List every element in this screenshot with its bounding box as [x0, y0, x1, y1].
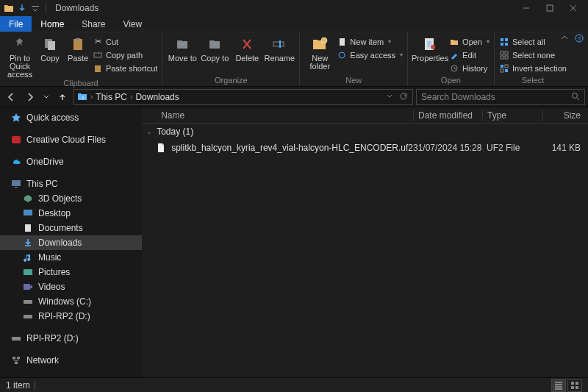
sidebar-item-thispc[interactable]: This PC: [0, 177, 142, 191]
edit-button[interactable]: Edit: [449, 49, 490, 61]
back-button[interactable]: [3, 89, 19, 105]
delete-button[interactable]: Delete: [232, 34, 262, 76]
sidebar-item-creative-cloud[interactable]: Creative Cloud Files: [0, 132, 142, 147]
paste-button[interactable]: Paste: [65, 34, 91, 79]
recent-locations-button[interactable]: [41, 89, 51, 105]
easy-access-button[interactable]: Easy access▾: [337, 49, 403, 61]
column-size[interactable]: Size: [542, 110, 588, 121]
group-header-today[interactable]: ⌄ Today (1): [142, 124, 588, 140]
pin-quick-access-button[interactable]: Pin to Quick access: [4, 34, 35, 79]
invert-selection-button[interactable]: Invert selection: [499, 62, 567, 74]
svg-rect-19: [505, 38, 508, 41]
copy-to-icon: [206, 35, 223, 53]
videos-icon: [22, 281, 34, 293]
help-icon[interactable]: ?: [575, 34, 584, 44]
sidebar-item-rpi[interactable]: RPI-RP2 (D:): [0, 331, 142, 346]
sidebar-item-3d-objects[interactable]: 3D Objects: [0, 191, 142, 206]
breadcrumb-thispc[interactable]: This PC: [96, 92, 127, 102]
details-view-button[interactable]: [551, 379, 566, 392]
svg-rect-43: [15, 362, 18, 364]
sidebar-item-music[interactable]: Music: [0, 250, 142, 265]
properties-button[interactable]: Properties: [412, 34, 448, 76]
sidebar-item-network[interactable]: Network: [0, 353, 142, 368]
cut-button[interactable]: ✂Cut: [93, 35, 157, 48]
group-label: Today (1): [157, 126, 193, 137]
chevron-right-icon[interactable]: ›: [90, 93, 93, 101]
sidebar-item-pictures[interactable]: Pictures: [0, 265, 142, 279]
history-button[interactable]: History: [449, 62, 490, 74]
sidebar-item-drive-d[interactable]: RPI-RP2 (D:): [0, 309, 142, 324]
forward-button[interactable]: [22, 89, 38, 105]
paste-shortcut-button[interactable]: Paste shortcut: [93, 62, 157, 74]
svg-rect-41: [12, 357, 15, 359]
file-row[interactable]: splitkb_halcyon_kyria_rev4_vial-halcyon-…: [142, 140, 588, 156]
open-button[interactable]: Open▾: [449, 35, 490, 48]
new-folder-icon: [311, 35, 329, 53]
invert-selection-icon: [499, 63, 509, 74]
chevron-right-icon[interactable]: ›: [130, 93, 132, 101]
svg-rect-9: [95, 65, 101, 72]
sidebar-item-linux[interactable]: Linux: [0, 375, 142, 377]
svg-rect-42: [17, 357, 20, 359]
copy-to-button[interactable]: Copy to: [199, 34, 230, 76]
qat-dropdown-icon[interactable]: [29, 2, 41, 14]
paste-shortcut-icon: [93, 63, 103, 74]
ribbon-collapse-icon[interactable]: [560, 34, 569, 44]
select-none-button[interactable]: Select none: [499, 49, 567, 61]
status-item-count: 1 item: [6, 380, 30, 391]
refresh-icon[interactable]: [399, 92, 409, 102]
svg-rect-6: [74, 39, 82, 50]
column-type[interactable]: Type: [482, 110, 542, 121]
window-titlebar: Downloads: [0, 0, 588, 16]
large-icons-view-button[interactable]: [567, 379, 582, 392]
separator: [35, 381, 35, 390]
select-all-button[interactable]: Select all: [499, 35, 567, 48]
close-button[interactable]: [562, 0, 585, 16]
down-arrow-icon[interactable]: [16, 2, 28, 14]
new-item-button[interactable]: New item▾: [337, 35, 403, 48]
sidebar-item-quick-access[interactable]: Quick access: [0, 110, 142, 125]
tab-home[interactable]: Home: [32, 16, 73, 32]
column-date[interactable]: Date modified: [413, 110, 482, 121]
search-icon: [571, 92, 580, 102]
column-name[interactable]: Name: [161, 110, 413, 121]
sidebar-item-onedrive[interactable]: OneDrive: [0, 154, 142, 169]
svg-rect-13: [340, 38, 345, 46]
search-box[interactable]: Search Downloads: [416, 89, 585, 105]
properties-icon: [421, 35, 439, 53]
sidebar-item-videos[interactable]: Videos: [0, 279, 142, 294]
svg-rect-28: [505, 65, 508, 68]
svg-rect-32: [12, 180, 21, 186]
breadcrumb-downloads[interactable]: Downloads: [135, 92, 179, 102]
paste-icon: [69, 35, 87, 53]
sidebar-item-drive-c[interactable]: Windows (C:): [0, 294, 142, 309]
copy-button[interactable]: Copy: [37, 34, 63, 79]
3d-icon: [22, 193, 34, 204]
sidebar-item-documents[interactable]: Documents: [0, 221, 142, 235]
linux-icon: [10, 377, 22, 377]
svg-rect-11: [279, 40, 281, 48]
tab-file[interactable]: File: [0, 16, 32, 32]
address-bar[interactable]: › This PC › Downloads: [74, 89, 413, 105]
pictures-icon: [22, 266, 34, 278]
svg-rect-40: [12, 337, 21, 341]
svg-rect-49: [571, 386, 574, 389]
address-dropdown-icon[interactable]: [386, 93, 396, 101]
tab-share[interactable]: Share: [73, 16, 114, 32]
svg-rect-23: [505, 51, 508, 54]
copy-path-button[interactable]: Copy path: [93, 49, 157, 61]
tab-view[interactable]: View: [114, 16, 151, 32]
new-folder-button[interactable]: New folder: [304, 34, 335, 76]
sidebar-item-downloads[interactable]: Downloads: [0, 235, 142, 250]
rename-button[interactable]: Rename: [264, 34, 295, 76]
up-button[interactable]: [54, 89, 71, 105]
maximize-button[interactable]: [538, 0, 562, 16]
open-icon: [449, 37, 459, 47]
select-all-icon: [499, 37, 509, 47]
svg-rect-21: [505, 43, 508, 46]
move-to-button[interactable]: Move to: [167, 34, 198, 76]
ribbon-group-clipboard: Pin to Quick access Copy Paste ✂Cut Copy…: [0, 32, 162, 86]
svg-point-12: [321, 38, 327, 43]
sidebar-item-desktop[interactable]: Desktop: [0, 206, 142, 221]
minimize-button[interactable]: [514, 0, 538, 16]
